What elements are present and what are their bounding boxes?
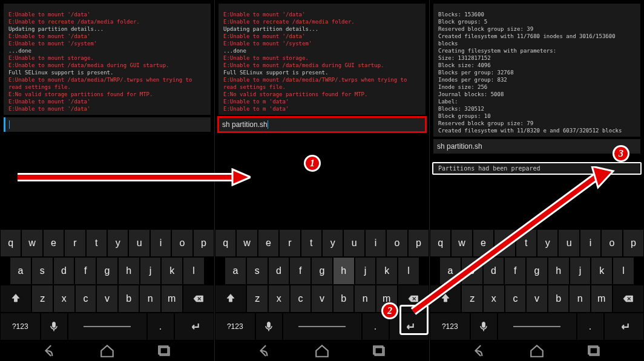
key-x[interactable]: x: [54, 285, 74, 312]
key-g[interactable]: g: [312, 258, 332, 284]
key-u[interactable]: u: [344, 230, 364, 256]
space-key[interactable]: [283, 313, 361, 340]
key-j[interactable]: j: [355, 258, 376, 284]
key-b[interactable]: b: [334, 285, 354, 312]
back-icon[interactable]: [472, 343, 487, 359]
command-input-2[interactable]: sh partition.sh: [218, 117, 426, 132]
key-x[interactable]: x: [269, 285, 289, 312]
terminal-line: Full SELinux support is present.: [223, 69, 421, 76]
terminal-line: Blocks: 320512: [438, 105, 636, 112]
home-icon[interactable]: [99, 343, 115, 359]
navbar-3: [430, 340, 644, 361]
key-g[interactable]: g: [97, 258, 117, 284]
terminal-line: Created filesystem with 11/8320 e and 60…: [438, 127, 636, 134]
terminal-line: E:Unable to mount '/data': [8, 105, 206, 112]
key-z[interactable]: z: [32, 285, 53, 312]
back-icon[interactable]: [257, 343, 272, 359]
key-f[interactable]: f: [290, 258, 310, 284]
key-h[interactable]: h: [119, 258, 139, 284]
key-e[interactable]: e: [44, 230, 64, 256]
key-a[interactable]: a: [225, 258, 246, 284]
key-l[interactable]: l: [183, 258, 204, 284]
terminal-line: Reserved block group size: 39: [438, 25, 636, 33]
key-w[interactable]: w: [237, 230, 257, 256]
key-o[interactable]: o: [172, 230, 192, 256]
symbols-key[interactable]: ?123: [1, 313, 40, 340]
key-q[interactable]: q: [215, 230, 235, 256]
key-k[interactable]: k: [376, 258, 397, 284]
terminal-line: E:Unable to mount /data/media/TWRP/.twrp…: [8, 76, 206, 91]
command-input-3[interactable]: sh partition.sh: [433, 139, 640, 154]
keyboard-2: qwertyuiopasdfghjklzxcvbnm?123.: [215, 229, 429, 340]
key-n[interactable]: n: [140, 285, 160, 312]
key-i[interactable]: i: [151, 230, 171, 256]
key-h[interactable]: h: [334, 258, 354, 284]
key-t[interactable]: t: [87, 230, 107, 256]
symbols-key[interactable]: ?123: [215, 313, 255, 340]
key-s[interactable]: s: [32, 258, 53, 284]
key-y[interactable]: y: [108, 230, 128, 256]
key-r[interactable]: r: [65, 230, 85, 256]
terminal-output-1: E:Unable to mount '/data'E:Unable to rec…: [4, 4, 211, 115]
enter-key[interactable]: [175, 313, 214, 340]
terminal-line: E:Unable to mount '/system': [8, 40, 206, 47]
terminal-output-2: E:Unable to mount '/data'E:Unable to rec…: [218, 4, 426, 115]
key-d[interactable]: d: [54, 258, 74, 284]
terminal-line: E:Unable to mount /data/media during GUI…: [223, 62, 421, 69]
terminal-line: E:Unable to mount '/data': [8, 11, 206, 18]
terminal-line: E:Unable to mount '/data': [223, 33, 421, 40]
key-r[interactable]: r: [280, 230, 300, 256]
key-s[interactable]: s: [247, 258, 268, 284]
key-i[interactable]: i: [366, 230, 386, 256]
back-icon[interactable]: [42, 343, 58, 359]
key-m[interactable]: m: [162, 285, 182, 312]
arrow-2: [404, 166, 622, 317]
terminal-line: ...done: [223, 47, 421, 54]
terminal-line: E:No valid storage partitions found for …: [223, 91, 421, 98]
terminal-line: Reserved block group size: 79: [438, 120, 636, 127]
key-f[interactable]: f: [75, 258, 96, 284]
key-u[interactable]: u: [129, 230, 149, 256]
mic-key[interactable]: [41, 313, 67, 340]
key-c[interactable]: c: [291, 285, 311, 312]
terminal-line: E:Unable to mount /data/media during GUI…: [8, 62, 206, 69]
recents-icon[interactable]: [372, 343, 387, 359]
period-key[interactable]: .: [148, 313, 174, 340]
terminal-line: E:Unable to m 'data': [223, 105, 421, 112]
key-q[interactable]: q: [1, 230, 21, 256]
terminal-line: Block groups: 10: [438, 112, 636, 120]
command-input-1[interactable]: [4, 117, 211, 132]
terminal-line: Block size: 4096: [438, 62, 636, 69]
callout-2: 2: [381, 302, 398, 319]
key-v[interactable]: v: [312, 285, 332, 312]
terminal-line: E:Unable to mount '/system': [223, 40, 421, 47]
home-icon[interactable]: [314, 343, 330, 359]
key-b[interactable]: b: [119, 285, 139, 312]
key-p[interactable]: p: [623, 230, 643, 256]
key-e[interactable]: e: [258, 230, 278, 256]
terminal-line: Journal blocks: 5008: [438, 91, 636, 98]
key-y[interactable]: y: [323, 230, 343, 256]
key-z[interactable]: z: [247, 285, 268, 312]
home-icon[interactable]: [529, 343, 545, 359]
callout-1: 1: [304, 155, 321, 172]
key-d[interactable]: d: [269, 258, 289, 284]
key-k[interactable]: k: [162, 258, 182, 284]
key-a[interactable]: a: [10, 258, 31, 284]
recents-icon[interactable]: [157, 343, 172, 359]
recents-icon[interactable]: [586, 343, 602, 359]
key-p[interactable]: p: [194, 230, 214, 256]
key-v[interactable]: v: [97, 285, 117, 312]
key-j[interactable]: j: [140, 258, 161, 284]
key-t[interactable]: t: [301, 230, 321, 256]
mic-key[interactable]: [256, 313, 282, 340]
terminal-line: E:Unable to mount /data/media/TWRP/.twrp…: [223, 76, 421, 91]
backspace-key[interactable]: [183, 285, 214, 312]
shift-key[interactable]: [1, 285, 31, 312]
key-c[interactable]: c: [76, 285, 96, 312]
shift-key[interactable]: [215, 285, 246, 312]
terminal-line: E:Unable to mount '/data': [223, 11, 421, 18]
key-n[interactable]: n: [355, 285, 375, 312]
key-w[interactable]: w: [22, 230, 42, 256]
space-key[interactable]: [68, 313, 146, 340]
